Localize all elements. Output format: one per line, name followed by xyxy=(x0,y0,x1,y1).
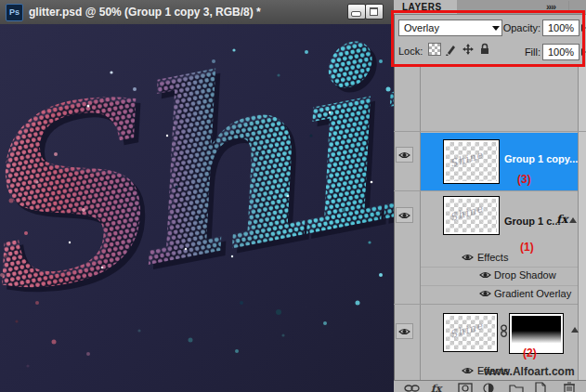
add-layer-mask-icon[interactable] xyxy=(458,383,473,392)
eye-icon xyxy=(398,211,410,220)
annotation-rectangle xyxy=(391,10,585,67)
visibility-toggle[interactable] xyxy=(396,207,413,223)
adjustment-layer-icon[interactable] xyxy=(482,383,495,392)
canvas[interactable]: Shine Shine xyxy=(0,24,394,392)
eye-column-divider xyxy=(420,67,421,380)
visibility-toggle[interactable] xyxy=(396,323,413,339)
row-divider xyxy=(394,190,578,191)
layer-thumbnail[interactable]: Shine xyxy=(443,196,500,235)
effects-header[interactable]: Effects xyxy=(477,252,508,263)
row-divider xyxy=(394,304,578,305)
thumbnail-sketch: Shine xyxy=(449,320,485,341)
minimize-button[interactable] xyxy=(347,4,366,20)
thumbnail-sketch: Shine xyxy=(449,203,485,224)
layer-style-fx-icon[interactable]: fx xyxy=(430,382,445,392)
delete-layer-trash-icon[interactable] xyxy=(563,382,576,392)
annotation-2: (2) xyxy=(523,346,537,359)
effect-divider xyxy=(421,267,578,268)
restore-icon xyxy=(370,7,378,16)
panel-scrollbar[interactable] xyxy=(578,67,586,380)
layer-thumbnail[interactable]: Shine xyxy=(443,313,498,352)
layer-name[interactable]: Group 1 c... xyxy=(504,216,561,227)
row-divider xyxy=(394,131,586,132)
link-layers-icon[interactable] xyxy=(404,383,421,392)
eye-icon xyxy=(398,150,410,160)
photoshop-app: Ps glitter.psd @ 50% (Group 1 copy 3, RG… xyxy=(0,0,586,392)
visibility-toggle[interactable] xyxy=(396,147,413,163)
watermark: www.Alfoart.com xyxy=(484,365,575,378)
fx-collapse-arrow-icon[interactable] xyxy=(569,217,577,223)
layers-panel-toolbar: fx xyxy=(394,380,586,392)
minimize-icon xyxy=(351,11,361,17)
mask-link-chain-icon[interactable] xyxy=(500,324,508,338)
eye-icon[interactable] xyxy=(479,270,491,280)
annotation-1: (1) xyxy=(520,241,534,254)
new-group-folder-icon[interactable] xyxy=(509,383,524,392)
eye-icon[interactable] xyxy=(462,366,474,375)
effect-gradient-overlay[interactable]: Gradient Overlay xyxy=(494,288,571,299)
effect-drop-shadow[interactable]: Drop Shadow xyxy=(494,269,556,281)
eye-icon[interactable] xyxy=(479,289,491,298)
photoshop-app-icon: Ps xyxy=(6,4,23,21)
restore-button[interactable] xyxy=(365,4,384,20)
layer-name[interactable]: Group 1 copy... xyxy=(504,153,578,164)
eye-icon[interactable] xyxy=(462,253,474,262)
glitter-text xyxy=(0,24,394,392)
document-title: glitter.psd @ 50% (Group 1 copy 3, RGB/8… xyxy=(29,6,261,19)
document-titlebar[interactable]: Ps glitter.psd @ 50% (Group 1 copy 3, RG… xyxy=(0,0,394,25)
thumbnail-sketch: Shine xyxy=(449,149,485,170)
annotation-3: (3) xyxy=(517,173,531,186)
svg-text:fx: fx xyxy=(431,383,443,392)
effect-divider xyxy=(421,285,578,286)
eye-icon xyxy=(398,327,410,336)
fx-collapse-arrow-icon[interactable] xyxy=(571,327,579,333)
fx-badge[interactable]: fx xyxy=(556,213,567,226)
layer-thumbnail[interactable]: Shine xyxy=(443,139,500,184)
new-layer-icon[interactable] xyxy=(535,382,546,392)
